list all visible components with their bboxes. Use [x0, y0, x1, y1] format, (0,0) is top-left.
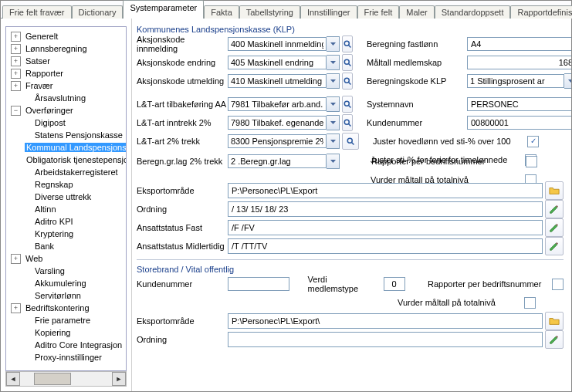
tree-node-regnskap[interactable]: Regnskap: [8, 178, 124, 191]
tree-node-rapporter[interactable]: +Rapporter: [8, 67, 124, 79]
tree-node-generelt[interactable]: +Generelt: [8, 30, 124, 42]
txt-ans-fast[interactable]: [228, 220, 543, 235]
txt-eksport[interactable]: [228, 183, 543, 198]
scroll-thumb[interactable]: [34, 373, 71, 385]
plus-icon[interactable]: +: [11, 69, 21, 79]
txt-store-verdi[interactable]: [384, 277, 405, 291]
tab-dictionary[interactable]: Dictionary: [72, 5, 124, 19]
tree-node-varsling[interactable]: Varsling: [8, 265, 124, 277]
tree-node-frie-parametre[interactable]: Frie parametre: [8, 314, 124, 326]
combo-lt-inn[interactable]: [228, 115, 340, 130]
edit-button[interactable]: [545, 200, 564, 218]
tree-node-l-nnsberegning[interactable]: +Lønnsberegning: [8, 42, 124, 55]
combo-beregn-input[interactable]: [228, 154, 327, 168]
tab-frie-felt[interactable]: Frie felt: [357, 5, 400, 19]
txt-sysnavn[interactable]: [467, 97, 571, 111]
combo-lt-trekk-input[interactable]: [228, 134, 327, 148]
combo-beregn[interactable]: [228, 154, 340, 169]
checkbox-ck1[interactable]: [527, 136, 539, 147]
txt-store-kundenr[interactable]: [228, 277, 289, 291]
chevron-down-icon[interactable]: [564, 73, 571, 89]
txt-kundenr[interactable]: [467, 116, 571, 130]
tree-node-akkumulering[interactable]: Akkumulering: [8, 277, 124, 289]
checkbox-store-ck2[interactable]: [524, 297, 536, 309]
checkbox-ck3[interactable]: [526, 156, 537, 167]
lookup-button[interactable]: [342, 114, 353, 131]
tree-hscrollbar[interactable]: ◄ ►: [5, 371, 127, 387]
tree-node-kryptering[interactable]: Kryptering: [8, 228, 124, 240]
tree[interactable]: +Generelt+Lønnsberegning+Satser+Rapporte…: [5, 26, 127, 371]
checkbox-store-ck1[interactable]: [552, 279, 564, 290]
lookup-button[interactable]: [342, 35, 353, 52]
lookup-button[interactable]: [342, 96, 353, 113]
chevron-down-icon[interactable]: [327, 36, 340, 52]
chevron-down-icon[interactable]: [327, 55, 340, 70]
plus-icon[interactable]: +: [11, 303, 21, 313]
tree-node-obligatorisk-tjenestepensjon[interactable]: Obligatorisk tjenestepensjon: [8, 154, 124, 166]
tree-node-arbeidstakerregisteret[interactable]: Arbeidstakerregisteret: [8, 166, 124, 178]
tab-maler[interactable]: Maler: [399, 5, 435, 19]
txt-ans-mid[interactable]: [228, 238, 543, 254]
lookup-button[interactable]: [342, 133, 359, 150]
scroll-track[interactable]: [20, 373, 112, 385]
txt-maaltall[interactable]: [467, 56, 571, 69]
tab-standardoppsett[interactable]: Standardoppsett: [435, 5, 511, 19]
combo-lt-tilb[interactable]: [228, 96, 340, 112]
chevron-down-icon[interactable]: [327, 96, 340, 112]
scroll-right-icon[interactable]: ►: [112, 372, 126, 386]
tree-node-diverse-uttrekk[interactable]: Diverse uttrekk: [8, 191, 124, 203]
combo-ber-klp-input[interactable]: [467, 74, 564, 88]
plus-icon[interactable]: +: [11, 56, 21, 66]
combo-ak-endr-input[interactable]: [228, 56, 327, 69]
txt-ber-fast[interactable]: [467, 37, 571, 51]
tree-node-kopiering[interactable]: Kopiering: [8, 326, 124, 339]
lookup-button[interactable]: [342, 54, 353, 71]
tree-node-bank[interactable]: Bank: [8, 240, 124, 252]
combo-lt-trekk[interactable]: [228, 133, 340, 149]
tab-innstillinger[interactable]: Innstillinger: [300, 5, 357, 19]
plus-icon[interactable]: +: [11, 254, 21, 264]
tree-node-proxy-innstillinger[interactable]: Proxy-innstillinger: [8, 351, 124, 363]
tree-node-aditro-core-integrasjon[interactable]: Aditro Core Integrasjon: [8, 339, 124, 351]
edit-button[interactable]: [545, 218, 564, 237]
tree-node--rsavslutning[interactable]: Årsavslutning: [8, 92, 124, 104]
combo-ber-klp[interactable]: [467, 73, 571, 89]
tab-frie-felt-frav-r[interactable]: Frie felt fravær: [2, 5, 72, 19]
plus-icon[interactable]: +: [11, 81, 21, 91]
tab-fakta[interactable]: Fakta: [204, 5, 239, 19]
txt-store-eksport[interactable]: [228, 313, 543, 329]
tree-node-servit-rl-nn[interactable]: Servitørlønn: [8, 289, 124, 302]
combo-ak-endr[interactable]: [228, 55, 340, 70]
tab-tabellstyring[interactable]: Tabellstyring: [239, 5, 300, 19]
tree-node-digipost[interactable]: Digipost: [8, 117, 124, 129]
combo-ak-utm[interactable]: [228, 73, 340, 89]
plus-icon[interactable]: +: [11, 32, 21, 42]
tree-node-frav-r[interactable]: +Fravær: [8, 79, 124, 92]
tab-rapportdefinisjoner-altinn[interactable]: Rapportdefinisjoner Altinn: [510, 5, 572, 19]
combo-ak-utm-input[interactable]: [228, 74, 327, 88]
chevron-down-icon[interactable]: [327, 115, 340, 130]
tree-node-aditro-kpi[interactable]: Aditro KPI: [8, 215, 124, 228]
folder-button[interactable]: [545, 312, 564, 330]
tree-node-web[interactable]: +Web: [8, 252, 124, 265]
tree-node-statens-pensjonskasse[interactable]: Statens Pensjonskasse: [8, 129, 124, 141]
tree-node-bedriftskontering[interactable]: +Bedriftskontering: [8, 302, 124, 314]
edit-button[interactable]: [545, 237, 564, 255]
combo-ak-innm-input[interactable]: [228, 37, 327, 51]
chevron-down-icon[interactable]: [327, 154, 340, 169]
chevron-down-icon[interactable]: [327, 133, 340, 149]
edit-button[interactable]: [545, 330, 564, 349]
scroll-left-icon[interactable]: ◄: [6, 372, 20, 386]
tree-node-satser[interactable]: +Satser: [8, 55, 124, 67]
tab-systemparameter[interactable]: Systemparameter: [123, 0, 204, 19]
tree-node-overf-ringer[interactable]: −Overføringer: [8, 104, 124, 117]
tree-node-altinn[interactable]: Altinn: [8, 203, 124, 215]
chevron-down-icon[interactable]: [327, 73, 340, 89]
minus-icon[interactable]: −: [11, 106, 21, 116]
tree-node-kommunal-landspensjonskasse[interactable]: Kommunal Landspensjonskasse: [8, 141, 124, 154]
combo-ak-innm[interactable]: [228, 36, 340, 52]
lookup-button[interactable]: [342, 73, 353, 90]
folder-button[interactable]: [545, 181, 564, 200]
combo-lt-tilb-input[interactable]: [228, 97, 327, 111]
plus-icon[interactable]: +: [11, 44, 21, 54]
